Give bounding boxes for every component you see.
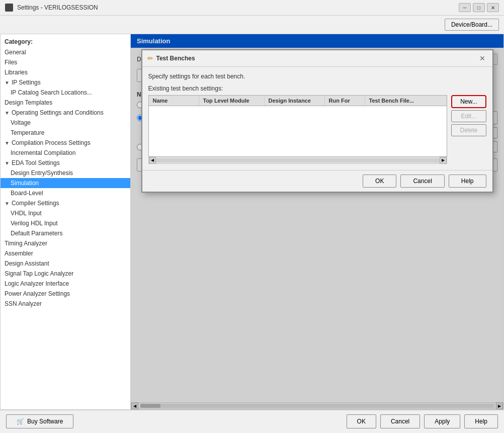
dialog-help-button[interactable]: Help [449,175,486,188]
sidebar-item-design-entry[interactable]: Design Entry/Synthesis [1,168,130,178]
window-controls: ─ □ ✕ [459,3,499,12]
cart-icon: 🛒 [17,418,24,425]
chevron-down-icon-3: ▼ [5,140,10,146]
close-button[interactable]: ✕ [487,3,499,12]
test-bench-dialog: ✏ Test Benches ✕ Specify settings for ea… [141,49,493,193]
device-board-button[interactable]: Device/Board... [445,19,499,31]
col-module-header: Top Level Module [199,96,265,106]
title-bar: Settings - VERILOGSESSION ─ □ ✕ [0,0,504,16]
sidebar-item-operating-label: Operating Settings and Conditions [12,109,104,116]
dialog-overlay: ✏ Test Benches ✕ Specify settings for ea… [131,34,503,409]
toolbar: Device/Board... [0,16,504,34]
sidebar-item-eda-tool-settings[interactable]: ▼ EDA Tool Settings [1,158,130,168]
apply-button[interactable]: Apply [424,414,460,428]
edit-button[interactable]: Edit... [451,110,486,122]
col-file-header: Test Bench File... [365,96,447,106]
sidebar-item-compilation-process[interactable]: ▼ Compilation Process Settings [1,138,130,148]
content-area: Category: General Files Libraries ▼ IP S… [0,34,504,410]
existing-label: Existing test bench settings: [148,85,486,92]
sidebar-item-simulation[interactable]: Simulation [1,178,130,188]
dialog-close-button[interactable]: ✕ [477,53,487,63]
sidebar-item-board-level[interactable]: Board-Level [1,188,130,198]
category-label: Category: [1,36,130,47]
sidebar-item-compiler-settings[interactable]: ▼ Compiler Settings [1,198,130,208]
main-window: Device/Board... Category: General Files … [0,16,504,432]
sidebar-item-verilog-input[interactable]: Verilog HDL Input [1,218,130,228]
sidebar-item-voltage[interactable]: Voltage [1,118,130,128]
bottom-bar: 🛒 Buy Software OK Cancel Apply Help [0,410,504,432]
table-scroll-left[interactable]: ◀ [149,157,156,164]
sidebar-item-operating-settings[interactable]: ▼ Operating Settings and Conditions [1,108,130,118]
col-runfor-header: Run For [325,96,365,106]
buy-software-button[interactable]: 🛒 Buy Software [6,414,73,428]
sidebar-item-power-analyzer[interactable]: Power Analyzer Settings [1,289,130,299]
table-scroll-track [156,158,440,162]
sidebar-item-ip-settings-label: IP Settings [12,79,41,86]
sidebar-item-libraries[interactable]: Libraries [1,67,130,77]
delete-button[interactable]: Delete [451,124,486,136]
table-header: Name Top Level Module Design Instance Ru… [149,96,447,106]
chevron-down-icon: ▼ [5,80,10,85]
dialog-title-text: Test Benches [156,55,195,62]
dialog-side-buttons: New... Edit... Delete [451,95,486,164]
sidebar-item-timing-analyzer[interactable]: Timing Analyzer [1,238,130,248]
sidebar-item-signal-tap[interactable]: Signal Tap Logic Analyzer [1,269,130,279]
sidebar-item-ip-catalog[interactable]: IP Catalog Search Locations... [1,88,130,98]
maximize-button[interactable]: □ [473,3,485,12]
sidebar-item-vhdl-input[interactable]: VHDL Input [1,208,130,218]
sidebar-item-compilation-label: Compilation Process Settings [12,139,91,146]
sidebar: Category: General Files Libraries ▼ IP S… [0,34,131,410]
dialog-ok-button[interactable]: OK [363,175,396,188]
chevron-down-icon-4: ▼ [5,160,10,166]
ok-button[interactable]: OK [347,414,376,428]
minimize-button[interactable]: ─ [459,3,471,12]
cancel-button[interactable]: Cancel [380,414,420,428]
sidebar-item-files[interactable]: Files [1,57,130,67]
app-icon [5,4,13,12]
sidebar-item-assembler[interactable]: Assembler [1,248,130,258]
chevron-down-icon-2: ▼ [5,110,10,116]
dialog-table-area: Name Top Level Module Design Instance Ru… [148,95,486,164]
table-scroll-right[interactable]: ▶ [440,157,447,164]
table-scrollbar[interactable]: ◀ ▶ [148,157,448,164]
sidebar-item-eda-label: EDA Tool Settings [12,159,60,166]
sidebar-item-ip-settings[interactable]: ▼ IP Settings [1,77,130,88]
help-button[interactable]: Help [464,414,498,428]
window-title: Settings - VERILOGSESSION [17,4,98,11]
sidebar-item-ssn-analyzer[interactable]: SSN Analyzer [1,299,130,309]
table-container: Name Top Level Module Design Instance Ru… [148,95,448,164]
new-button[interactable]: New... [451,95,486,108]
dialog-title-bar: ✏ Test Benches ✕ [142,50,492,67]
main-panel: Simulation Design instance name: More ED… [131,34,504,410]
sidebar-item-incremental-compilation[interactable]: Incremental Compilation [1,148,130,158]
sidebar-item-logic-analyzer[interactable]: Logic Analyzer Interface [1,279,130,289]
pencil-icon: ✏ [147,54,153,62]
dialog-description: Specify settings for each test bench. [148,73,486,80]
col-name-header: Name [149,96,199,106]
sidebar-item-design-assistant[interactable]: Design Assistant [1,258,130,269]
dialog-body: Specify settings for each test bench. Ex… [142,67,492,170]
sidebar-item-default-params[interactable]: Default Parameters [1,228,130,238]
sidebar-item-temperature[interactable]: Temperature [1,128,130,138]
bottom-bar-right: OK Cancel Apply Help [347,414,498,428]
dialog-footer: OK Cancel Help [142,170,492,192]
dialog-table: Name Top Level Module Design Instance Ru… [148,95,448,157]
sidebar-item-general[interactable]: General [1,47,130,57]
chevron-down-icon-5: ▼ [5,201,10,206]
col-instance-header: Design Instance [265,96,325,106]
table-body [149,106,447,156]
dialog-cancel-button[interactable]: Cancel [400,175,444,188]
dialog-title-left: ✏ Test Benches [147,54,195,62]
sidebar-item-design-templates[interactable]: Design Templates [1,98,130,108]
sidebar-item-compiler-label: Compiler Settings [12,200,59,207]
buy-software-label: Buy Software [27,418,63,425]
